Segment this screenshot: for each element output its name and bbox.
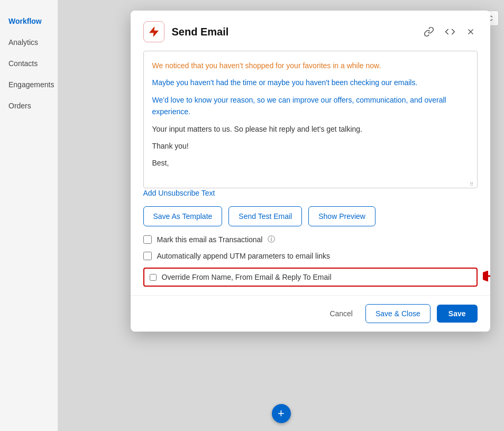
resize-handle[interactable]: ⠿: [470, 180, 476, 187]
sidebar-item-analytics[interactable]: Analytics: [0, 32, 58, 53]
email-line-3: We'd love to know your reason, so we can…: [152, 94, 469, 118]
sidebar: Workflow Analytics Contacts Engagements …: [0, 0, 58, 431]
save-button[interactable]: Save: [437, 305, 478, 323]
transactional-row: Mark this email as Transactional ⓘ: [143, 235, 478, 244]
modal-footer: Cancel Save & Close Save: [131, 295, 490, 332]
main-area: ▿ View C Send Email: [58, 0, 504, 431]
modal-backdrop: Send Email: [116, 0, 504, 431]
email-line-6: Best,: [152, 157, 469, 169]
close-button[interactable]: [464, 25, 478, 39]
email-line-5: Thank you!: [152, 140, 469, 152]
utm-label: Automatically append UTM parameters to e…: [157, 252, 331, 260]
save-close-button[interactable]: Save & Close: [365, 304, 430, 323]
send-email-icon: [143, 21, 164, 42]
sidebar-item-contacts[interactable]: Contacts: [0, 53, 58, 74]
email-line-4: Your input matters to us. So please hit …: [152, 123, 469, 135]
modal-header-actions: [421, 24, 478, 39]
modal-header: Send Email: [131, 11, 490, 51]
utm-checkbox[interactable]: [143, 252, 152, 260]
email-line-1: We noticed that you haven't shopped for …: [152, 60, 469, 71]
code-icon-button[interactable]: [443, 24, 457, 39]
email-body-area[interactable]: We noticed that you haven't shopped for …: [143, 51, 478, 188]
annotation-arrow: [483, 265, 490, 289]
utm-row: Automatically append UTM parameters to e…: [143, 252, 478, 260]
transactional-label: Mark this email as Transactional: [157, 235, 263, 244]
sidebar-item-orders[interactable]: Orders: [0, 95, 58, 116]
show-preview-button[interactable]: Show Preview: [308, 206, 375, 226]
link-icon-button[interactable]: [421, 24, 436, 39]
email-line-2: Maybe you haven't had the time or maybe …: [152, 77, 469, 88]
info-icon[interactable]: ⓘ: [268, 235, 275, 244]
add-unsubscribe-link[interactable]: Add Unsubscribe Text: [143, 189, 215, 197]
transactional-checkbox[interactable]: [143, 235, 152, 244]
send-email-modal: Send Email: [131, 11, 490, 332]
override-label: Override From Name, From Email & Reply T…: [162, 273, 332, 281]
action-buttons: Save As Template Send Test Email Show Pr…: [143, 206, 478, 226]
save-as-template-button[interactable]: Save As Template: [143, 206, 223, 226]
cancel-button[interactable]: Cancel: [323, 305, 359, 322]
send-test-email-button[interactable]: Send Test Email: [228, 206, 302, 226]
add-button[interactable]: +: [272, 404, 291, 423]
override-checkbox[interactable]: [150, 274, 157, 281]
checkboxes-section: Mark this email as Transactional ⓘ Autom…: [143, 235, 478, 287]
sidebar-item-engagements[interactable]: Engagements: [0, 74, 58, 95]
override-row: Override From Name, From Email & Reply T…: [143, 268, 478, 287]
sidebar-item-workflow[interactable]: Workflow: [0, 11, 58, 32]
modal-title: Send Email: [172, 26, 414, 38]
